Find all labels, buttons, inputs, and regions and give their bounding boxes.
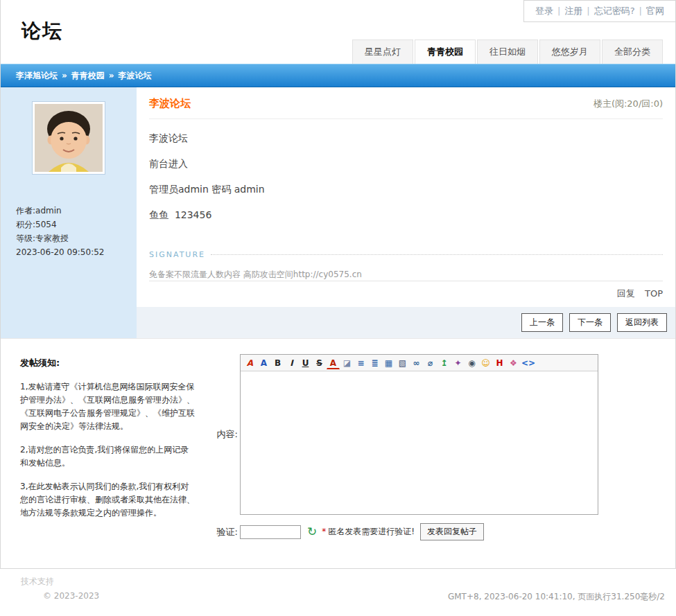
tab-wangri-ruyan[interactable]: 往日如烟 [477, 39, 538, 64]
post-body-line: 鱼鱼 123456 [149, 209, 663, 222]
breadcrumb-separator: » [109, 71, 114, 80]
signature-label: SIGNATURE [149, 250, 205, 259]
eraser-icon[interactable]: ◪ [340, 356, 354, 369]
image-icon[interactable]: ▧ [396, 356, 409, 369]
top-link[interactable]: TOP [645, 288, 663, 299]
strikethrough-icon[interactable]: S [313, 356, 326, 369]
breadcrumb-root-link[interactable]: 李泽旭论坛 [16, 71, 58, 80]
captcha-hint: *匿名发表需要进行验证! [322, 526, 415, 538]
breadcrumb-section-link[interactable]: 青青校园 [71, 71, 105, 80]
tech-support-text: 技术支持 [21, 576, 665, 588]
post-content: 李波论坛 楼主(阅:20/回:0) 李波论坛 前台进入 管理员admin 密码 … [137, 87, 675, 307]
author-points: 积分:5054 [16, 218, 137, 231]
official-site-link[interactable]: 官网 [646, 6, 664, 16]
tab-youyou-suiyue[interactable]: 悠悠岁月 [539, 39, 600, 64]
author-info: 作者:admin 积分:5054 等级:专家教授 2023-06-20 09:5… [16, 204, 137, 259]
tab-qingqing-xiaoyuan[interactable]: 青青校园 [415, 39, 476, 64]
signature-text: 免备案不限流量人数内容 高防攻击空间http://cy0575.cn [149, 269, 663, 281]
author-name: 作者:admin [16, 204, 137, 218]
tab-xingxing-diandeng[interactable]: 星星点灯 [352, 39, 413, 64]
forgot-password-link[interactable]: 忘记密码? [594, 6, 635, 16]
code-icon[interactable]: <> [521, 356, 534, 369]
reply-link[interactable]: 回复 [617, 288, 635, 299]
font-icon[interactable]: A [257, 356, 270, 369]
submit-reply-button[interactable]: 发表回复帖子 [420, 523, 484, 540]
account-links: 登录|注册|忘记密码?|官网 [523, 0, 676, 22]
signature-divider: SIGNATURE [149, 250, 663, 259]
category-tabs: 星星点灯 青青校园 往日如烟 悠悠岁月 全部分类 [351, 39, 663, 64]
pager-row: 上一条 下一条 返回列表 [1, 307, 675, 338]
smiley-icon[interactable]: ☺ [479, 356, 492, 369]
notice-paragraph: 1,发帖请遵守《计算机信息网络国际联网安全保护管理办法》、《互联网信息服务管理办… [20, 380, 195, 433]
captcha-label: 验证: [203, 526, 238, 538]
underline-icon[interactable]: U [299, 356, 312, 369]
breadcrumb: 李泽旭论坛»青青校园»李波论坛 [1, 64, 675, 87]
spellcheck-icon[interactable]: A [243, 356, 257, 369]
post-meta: 楼主(阅:20/回:0) [593, 98, 663, 110]
captcha-refresh-icon[interactable]: ↻ [307, 526, 317, 538]
avatar [32, 101, 105, 175]
html-icon[interactable]: H [493, 356, 506, 369]
flash-icon[interactable]: ✦ [451, 356, 465, 369]
next-post-button[interactable]: 下一条 [569, 313, 611, 332]
editor-toolbar: A A B I U S A ◪ ≡ ≣ ▦ ▧ ∞ ⌀ ↥ [241, 355, 598, 371]
captcha-hint-text: 匿名发表需要进行验证! [328, 527, 415, 536]
reply-section: 发帖须知: 1,发帖请遵守《计算机信息网络国际联网安全保护管理办法》、《互联网信… [1, 339, 675, 568]
font-color-icon[interactable]: A [327, 356, 340, 369]
reply-content-input[interactable] [241, 371, 598, 514]
post-actions: 回复 TOP [149, 281, 663, 300]
copyright-text: © 2023-2023 [43, 591, 99, 603]
upload-icon[interactable]: ↥ [437, 356, 451, 369]
links-separator: | [587, 6, 589, 16]
post-body: 李波论坛 前台进入 管理员admin 密码 admin 鱼鱼 123456 [149, 119, 663, 235]
signature-dotted-line [211, 254, 663, 255]
breadcrumb-separator: » [62, 71, 67, 80]
prev-post-button[interactable]: 上一条 [521, 313, 563, 332]
links-separator: | [557, 6, 560, 16]
italic-icon[interactable]: I [285, 356, 298, 369]
captcha-row: 验证: ↻ *匿名发表需要进行验证! 发表回复帖子 [203, 523, 675, 540]
list-icon[interactable]: ≣ [368, 356, 381, 369]
author-sidebar: 作者:admin 积分:5054 等级:专家教授 2023-06-20 09:5… [1, 87, 137, 307]
reply-form: 内容: A A B I U S A ◪ ≡ ≣ ▦ ▧ [203, 351, 675, 540]
site-title: 论坛 [21, 18, 63, 44]
unlink-icon[interactable]: ⌀ [424, 356, 437, 369]
rich-text-editor: A A B I U S A ◪ ≡ ≣ ▦ ▧ ∞ ⌀ ↥ [240, 354, 598, 515]
author-level: 等级:专家教授 [16, 231, 137, 245]
captcha-input[interactable] [240, 525, 301, 539]
post-body-line: 管理员admin 密码 admin [149, 184, 663, 196]
palette-icon[interactable]: ❖ [507, 356, 520, 369]
align-icon[interactable]: ≡ [354, 356, 367, 369]
post-body-line: 前台进入 [149, 158, 663, 170]
notice-paragraph: 3,在此发帖表示认同我们的条款,我们有权利对您的言论进行审核、删除或者采取其他在… [20, 480, 195, 520]
tab-all-categories[interactable]: 全部分类 [602, 39, 663, 64]
post-body-line: 李波论坛 [149, 132, 663, 145]
posting-notice: 发帖须知: 1,发帖请遵守《计算机信息网络国际联网安全保护管理办法》、《互联网信… [1, 351, 203, 540]
bold-icon[interactable]: B [271, 356, 284, 369]
notice-paragraph: 2,请对您的言论负责,我们将保留您的上网记录和发帖信息。 [20, 443, 195, 470]
post-container: 作者:admin 积分:5054 等级:专家教授 2023-06-20 09:5… [1, 87, 675, 339]
content-label: 内容: [203, 428, 238, 441]
breadcrumb-current: 李波论坛 [119, 71, 152, 80]
link-icon[interactable]: ∞ [410, 356, 423, 369]
post-title: 李波论坛 [149, 97, 191, 110]
notice-title: 发帖须知: [20, 357, 195, 369]
links-separator: | [639, 6, 642, 16]
required-star: * [322, 527, 326, 536]
page-frame: 登录|注册|忘记密码?|官网 论坛 星星点灯 青青校园 往日如烟 悠悠岁月 全部… [0, 0, 676, 569]
table-icon[interactable]: ▦ [382, 356, 395, 369]
register-link[interactable]: 注册 [564, 6, 582, 16]
post-date: 2023-06-20 09:50:52 [16, 245, 137, 259]
avatar-image [35, 104, 103, 172]
page-footer: 技术支持 © 2023-2023 GMT+8, 2023-06-20 10:41… [0, 569, 676, 603]
login-link[interactable]: 登录 [535, 6, 553, 16]
sidebar-strip [1, 307, 137, 338]
back-to-list-button[interactable]: 返回列表 [617, 313, 667, 332]
server-time-info: GMT+8, 2023-06-20 10:41:10, 页面执行31.250毫秒… [448, 591, 665, 603]
media-icon[interactable]: ◉ [465, 356, 478, 369]
